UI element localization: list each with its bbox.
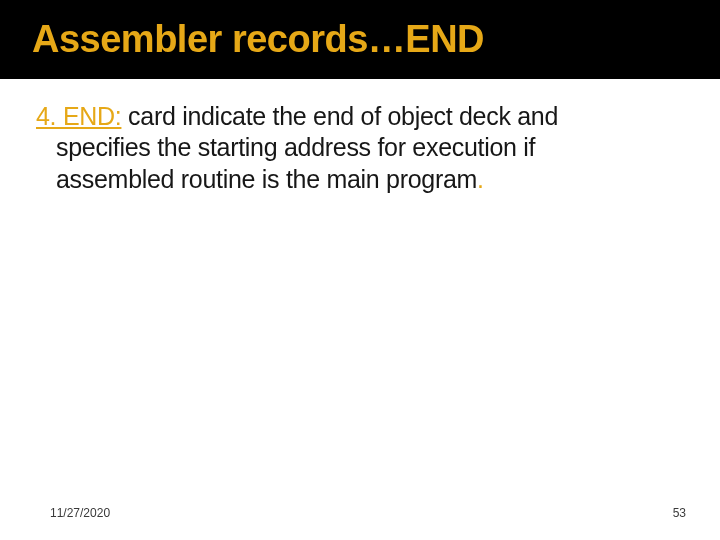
body-line-2: specifies the starting address for execu…	[36, 132, 680, 163]
body-text-3: assembled routine is the main program	[56, 165, 477, 193]
slide-footer: 11/27/2020 53	[0, 506, 720, 520]
title-bar: Assembler records…END	[0, 0, 720, 79]
footer-page-number: 53	[673, 506, 686, 520]
item-lead: 4. END:	[36, 102, 121, 130]
body-period: .	[477, 165, 484, 193]
slide-title: Assembler records…END	[32, 18, 720, 61]
body-line-1: 4. END: card indicate the end of object …	[36, 101, 680, 132]
body-text-1: card indicate the end of object deck and	[121, 102, 558, 130]
footer-date: 11/27/2020	[50, 506, 110, 520]
body-line-3: assembled routine is the main program.	[36, 164, 680, 195]
slide-body: 4. END: card indicate the end of object …	[0, 79, 720, 195]
